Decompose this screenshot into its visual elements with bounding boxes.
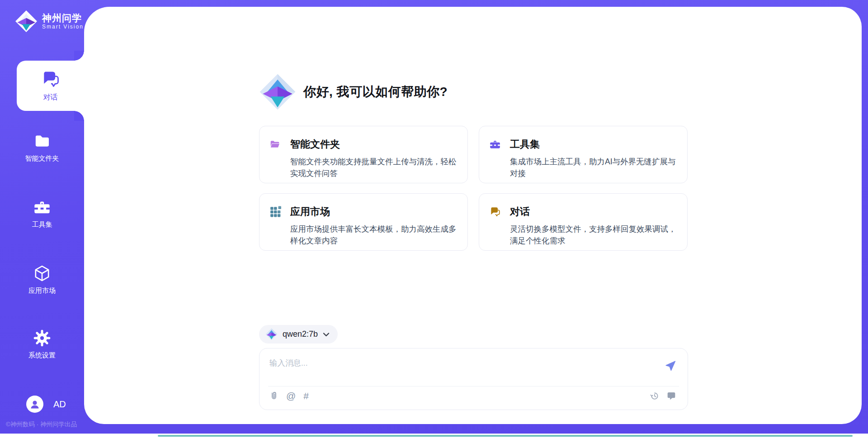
send-button[interactable]	[665, 360, 676, 372]
chat-bubbles-icon	[41, 69, 61, 89]
sidebar-item-label: 智能文件夹	[25, 154, 59, 163]
active-tab-fillet-top	[74, 51, 84, 61]
sidebar-item-app-market[interactable]: 应用市场	[0, 264, 84, 295]
mention-icon[interactable]: @	[286, 391, 296, 401]
card-description: 灵活切换多模型文件，支持多样回复效果调试，满足个性化需求	[510, 223, 680, 247]
message-icon[interactable]	[667, 391, 676, 401]
card-description: 集成市场上主流工具，助力AI与外界无缝扩展与对接	[510, 156, 680, 180]
toolbox-icon	[33, 198, 51, 216]
hash-icon[interactable]: #	[303, 391, 309, 401]
greeting-title: 你好, 我可以如何帮助你?	[303, 83, 448, 100]
avatar	[26, 396, 43, 413]
sidebar-item-label: 工具集	[32, 220, 52, 229]
sidebar-item-smart-folder[interactable]: 智能文件夹	[0, 132, 84, 163]
grid-icon	[269, 206, 281, 218]
message-composer: @ #	[259, 348, 688, 410]
sidebar-item-label: 对话	[43, 93, 58, 102]
card-header: 工具集	[489, 138, 678, 151]
composer-left-tools: @ #	[269, 391, 309, 401]
message-input[interactable]	[269, 356, 649, 370]
history-icon[interactable]	[650, 391, 659, 401]
model-name: qwen2:7b	[283, 329, 318, 339]
composer-divider	[268, 386, 679, 387]
card-description: 应用市场提供丰富长文本模板，助力高效生成多样化文章内容	[290, 223, 460, 247]
folder-icon	[33, 132, 51, 150]
attachment-icon[interactable]	[269, 391, 278, 401]
person-icon	[29, 399, 40, 410]
card-toolset[interactable]: 工具集 集成市场上主流工具，助力AI与外界无缝扩展与对接	[479, 126, 688, 183]
model-diamond-logo-icon	[265, 328, 278, 340]
send-icon	[665, 360, 676, 372]
brand-subtitle: Smart Vision	[42, 24, 84, 30]
sidebar-item-chat[interactable]: 对话	[17, 61, 84, 111]
feature-cards: 智能文件夹 智能文件夹功能支持批量文件上传与清洗，轻松实现文件问答 工具集 集成…	[259, 126, 688, 251]
app-window: 神州问学 Smart Vision 对话 智能文件夹 工具集 应用市场 系统设置	[0, 0, 868, 439]
sidebar-item-label: 系统设置	[28, 351, 56, 360]
user-initials: AD	[53, 399, 66, 410]
card-header: 对话	[489, 205, 678, 219]
cube-icon	[33, 264, 51, 282]
chat-bubbles-icon	[489, 206, 501, 218]
page-bottom-strip	[0, 434, 868, 439]
active-tab-fillet-bottom	[74, 111, 84, 121]
card-app-market[interactable]: 应用市场 应用市场提供丰富长文本模板，助力高效生成多样化文章内容	[259, 193, 468, 251]
sidebar-item-label: 应用市场	[28, 286, 56, 295]
composer-toolbar: @ #	[269, 391, 676, 401]
brand-name: 神州问学	[42, 13, 84, 24]
toolbox-icon	[489, 138, 501, 150]
bottom-accent-line	[158, 435, 853, 437]
greeting: 你好, 我可以如何帮助你?	[259, 73, 448, 110]
gear-icon	[33, 329, 51, 347]
card-header: 应用市场	[269, 205, 458, 219]
chevron-down-icon	[323, 332, 330, 337]
model-selector[interactable]: qwen2:7b	[259, 325, 338, 344]
greeting-diamond-logo-icon	[259, 73, 296, 110]
card-header: 智能文件夹	[269, 138, 458, 151]
card-title: 应用市场	[290, 205, 330, 219]
card-title: 对话	[510, 205, 530, 219]
brand-diamond-logo-icon	[15, 10, 38, 33]
composer-right-tools	[650, 391, 676, 401]
card-description: 智能文件夹功能支持批量文件上传与清洗，轻松实现文件问答	[290, 156, 460, 180]
brand: 神州问学 Smart Vision	[15, 10, 84, 33]
card-chat[interactable]: 对话 灵活切换多模型文件，支持多样回复效果调试，满足个性化需求	[479, 193, 688, 251]
sidebar: 神州问学 Smart Vision 对话 智能文件夹 工具集 应用市场 系统设置	[0, 0, 84, 434]
brand-text: 神州问学 Smart Vision	[42, 13, 84, 30]
card-smart-folder[interactable]: 智能文件夹 智能文件夹功能支持批量文件上传与清洗，轻松实现文件问答	[259, 126, 468, 183]
folder-open-icon	[269, 138, 281, 150]
sidebar-item-toolset[interactable]: 工具集	[0, 198, 84, 229]
copyright: ©神州数码 · 神州问学出品	[6, 420, 77, 429]
card-title: 工具集	[510, 138, 540, 151]
sidebar-item-settings[interactable]: 系统设置	[0, 329, 84, 360]
card-title: 智能文件夹	[290, 138, 340, 151]
user-badge[interactable]: AD	[26, 396, 66, 413]
